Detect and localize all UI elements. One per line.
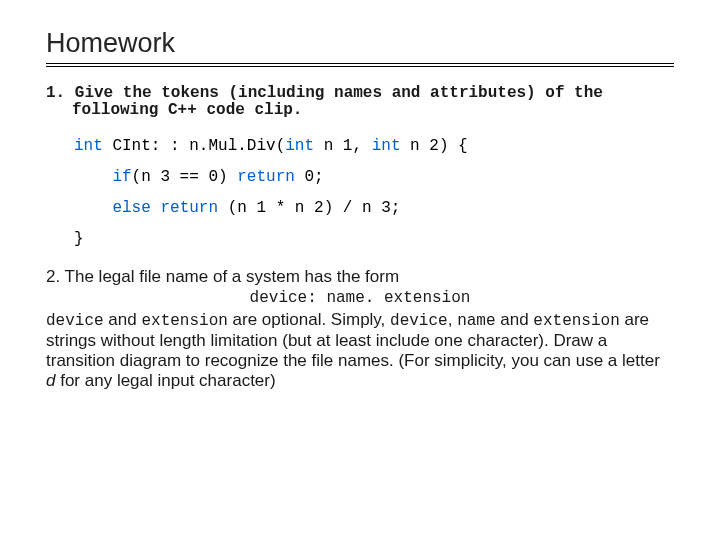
code-text: n 2) { [400, 137, 467, 155]
question-1: 1. Give the tokens (including names and … [46, 85, 674, 119]
code-text: } [74, 230, 84, 248]
keyword-return: return [237, 168, 295, 186]
mono-device: device [390, 312, 448, 330]
code-line-4: } [74, 224, 674, 255]
q1-line2: following C++ code clip. [46, 101, 302, 119]
code-text: CInt: : n.Mul.Div( [103, 137, 285, 155]
q2-text: and [496, 310, 534, 329]
code-text: (n 1 * n 2) / n 3; [218, 199, 400, 217]
title-underline [46, 63, 674, 67]
code-text: n 1, [314, 137, 372, 155]
code-text: 0; [295, 168, 324, 186]
question-2: 2. The legal file name of a system has t… [46, 267, 674, 391]
slide: Homework 1. Give the tokens (including n… [0, 0, 720, 411]
mono-device: device [46, 312, 104, 330]
code-block: int CInt: : n.Mul.Div(int n 1, int n 2) … [74, 131, 674, 256]
q1-number: 1. [46, 84, 65, 102]
code-line-2: if(n 3 == 0) return 0; [74, 162, 674, 193]
q2-form: device: name. extension [46, 289, 674, 308]
q2-text: and [104, 310, 142, 329]
keyword-int: int [74, 137, 103, 155]
code-line-3: else return (n 1 * n 2) / n 3; [74, 193, 674, 224]
q2-line1: 2. The legal file name of a system has t… [46, 267, 399, 286]
q2-text: for any legal input character) [55, 371, 275, 390]
page-title: Homework [46, 28, 674, 59]
q1-line1: Give the tokens (including names and att… [75, 84, 603, 102]
code-line-1: int CInt: : n.Mul.Div(int n 1, int n 2) … [74, 131, 674, 162]
code-text [151, 199, 161, 217]
keyword-if: if [112, 168, 131, 186]
mono-extension: extension [141, 312, 227, 330]
code-text: (n 3 == 0) [132, 168, 238, 186]
keyword-else: else [112, 199, 150, 217]
q2-text: , [448, 310, 457, 329]
q2-text: are optional. Simply, [228, 310, 390, 329]
keyword-int: int [285, 137, 314, 155]
mono-extension: extension [533, 312, 619, 330]
mono-name: name [457, 312, 495, 330]
keyword-int: int [372, 137, 401, 155]
keyword-return: return [160, 199, 218, 217]
